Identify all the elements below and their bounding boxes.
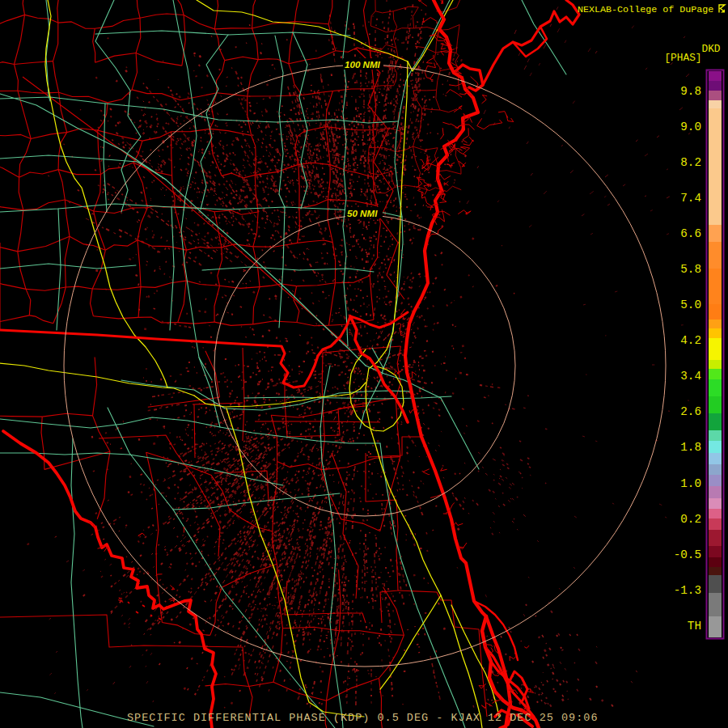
svg-text:DKD: DKD [701,43,720,55]
svg-text:-0.5: -0.5 [674,548,701,561]
svg-text:2.6: 2.6 [680,405,701,418]
svg-text:100 NMI: 100 NMI [345,59,381,70]
svg-text:-1.3: -1.3 [674,584,701,597]
svg-text:3.4: 3.4 [680,370,701,383]
svg-text:[PHAS]: [PHAS] [664,52,701,64]
svg-text:TH: TH [688,620,701,633]
svg-text:SPECIFIC DIFFERENTIAL PHASE (K: SPECIFIC DIFFERENTIAL PHASE (KDP) 0.5 DE… [127,712,598,724]
svg-text:4.2: 4.2 [680,334,701,347]
svg-text:5.0: 5.0 [680,298,701,311]
svg-text:6.6: 6.6 [680,227,701,240]
svg-text:9.0: 9.0 [680,121,701,133]
svg-text:9.8: 9.8 [680,85,701,98]
svg-text:1.8: 1.8 [680,441,701,454]
svg-text:7.4: 7.4 [680,192,701,205]
svg-text:5.8: 5.8 [680,263,701,276]
svg-text:0.2: 0.2 [680,513,701,526]
svg-text:8.2: 8.2 [680,156,701,169]
svg-text:1.0: 1.0 [680,477,701,490]
svg-text:50 NMI: 50 NMI [347,208,378,218]
svg-text:NEXLAB-College of DuPage: NEXLAB-College of DuPage [578,4,713,15]
